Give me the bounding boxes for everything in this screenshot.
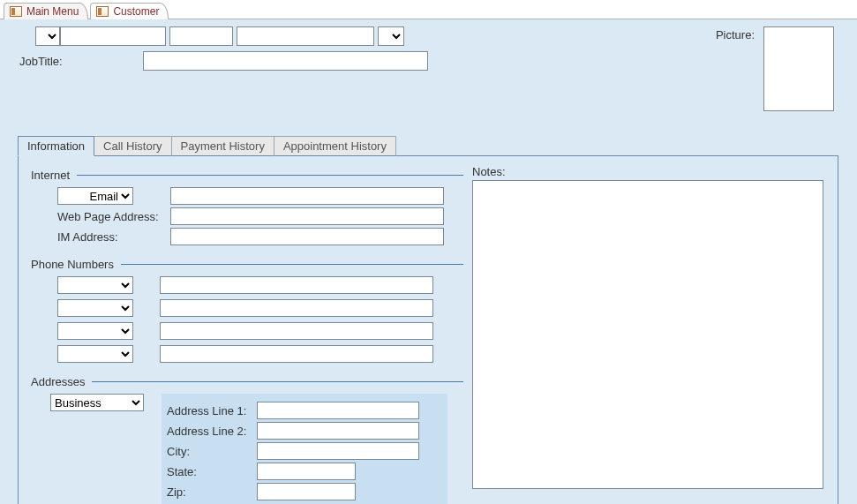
- document-tab-strip: Main Menu Customer: [0, 0, 857, 19]
- customer-form: JobTitle: Picture: Information Call Hist…: [0, 19, 857, 504]
- addr-zip-label: Zip:: [167, 485, 257, 499]
- tab-page-information: Internet Email Web Page Address: IM Addr…: [18, 156, 838, 504]
- email-type-select[interactable]: Email: [57, 187, 133, 205]
- phone-type-select-3[interactable]: [57, 322, 133, 340]
- phone-number-input-1[interactable]: [160, 276, 433, 294]
- phone-row-4: [57, 345, 463, 363]
- phone-number-input-4[interactable]: [160, 345, 433, 363]
- web-input[interactable]: [170, 207, 444, 225]
- divider-line: [77, 175, 463, 176]
- internet-group-header: Internet: [31, 169, 463, 182]
- doc-tab-main-menu-label: Main Menu: [26, 5, 79, 18]
- addr-city-label: City:: [167, 445, 257, 458]
- address-type-select[interactable]: Business: [50, 394, 144, 411]
- jobtitle-input[interactable]: [143, 51, 428, 71]
- address-group-header: Addresses: [31, 375, 463, 388]
- addr-line1-input[interactable]: [257, 402, 419, 419]
- phone-row-2: [57, 299, 463, 317]
- first-name-input[interactable]: [60, 26, 166, 46]
- web-label: Web Page Address:: [57, 210, 170, 223]
- last-name-input[interactable]: [237, 26, 374, 46]
- jobtitle-label: JobTitle:: [19, 55, 143, 68]
- suffix-select[interactable]: [378, 26, 404, 46]
- header-row: JobTitle: Picture:: [16, 26, 841, 111]
- addr-city-input[interactable]: [257, 442, 419, 460]
- name-row: [35, 26, 716, 46]
- address-group-label: Addresses: [31, 375, 85, 388]
- picture-label: Picture:: [716, 26, 755, 41]
- middle-name-input[interactable]: [169, 26, 233, 46]
- phone-group-label: Phone Numbers: [31, 258, 114, 271]
- picture-box[interactable]: [763, 26, 834, 111]
- phone-row-3: [57, 322, 463, 340]
- name-block: JobTitle:: [16, 26, 716, 71]
- notes-label: Notes:: [472, 165, 825, 178]
- left-column: Internet Email Web Page Address: IM Addr…: [31, 165, 463, 504]
- phone-type-select-4[interactable]: [57, 345, 133, 363]
- phone-type-select-2[interactable]: [57, 299, 133, 317]
- tab-payment-history[interactable]: Payment History: [172, 136, 274, 156]
- im-input[interactable]: [170, 228, 444, 245]
- addr-state-input[interactable]: [257, 463, 356, 480]
- details-tab-strip: Information Call History Payment History…: [18, 136, 838, 156]
- doc-tab-customer[interactable]: Customer: [90, 3, 169, 19]
- address-panel: Address Line 1: Address Line 2: City:: [162, 394, 447, 504]
- jobtitle-row: JobTitle:: [19, 51, 716, 71]
- notes-textarea[interactable]: [472, 180, 823, 489]
- email-input[interactable]: [170, 187, 444, 205]
- divider-line: [92, 381, 463, 382]
- address-block: Business Address Line 1: Address Line 2:…: [50, 394, 463, 504]
- tab-appointment-history[interactable]: Appointment History: [274, 136, 396, 156]
- prefix-select[interactable]: [35, 26, 60, 46]
- addr-state-label: State:: [167, 465, 257, 478]
- addr-line1-label: Address Line 1:: [167, 404, 257, 417]
- addr-line2-input[interactable]: [257, 422, 419, 440]
- phone-type-select-1[interactable]: [57, 276, 133, 294]
- phone-row-1: [57, 276, 463, 294]
- doc-tab-customer-label: Customer: [113, 5, 159, 18]
- internet-group-label: Internet: [31, 169, 70, 182]
- addr-line2-label: Address Line 2:: [167, 425, 257, 438]
- phone-number-input-2[interactable]: [160, 299, 433, 317]
- doc-tab-main-menu[interactable]: Main Menu: [4, 3, 88, 19]
- im-label: IM Address:: [57, 230, 170, 244]
- phone-number-input-3[interactable]: [160, 322, 433, 340]
- tab-call-history[interactable]: Call History: [94, 136, 171, 156]
- form-icon: [10, 6, 22, 17]
- picture-block: Picture:: [716, 26, 834, 111]
- tab-information[interactable]: Information: [18, 136, 94, 156]
- details-tab-control: Information Call History Payment History…: [18, 136, 838, 504]
- form-icon: [96, 6, 109, 17]
- right-column: Notes:: [463, 165, 825, 504]
- addr-zip-input[interactable]: [257, 483, 356, 500]
- phone-group-header: Phone Numbers: [31, 258, 463, 271]
- divider-line: [121, 264, 463, 265]
